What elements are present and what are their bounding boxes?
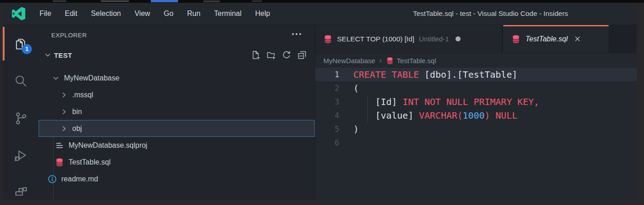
line-number: 4 [315, 109, 339, 122]
line-number: 6 [315, 136, 339, 150]
more-actions-icon[interactable] [292, 33, 301, 35]
tree-item-label: MyNewDatabase [64, 74, 119, 82]
chevron-right-icon [60, 91, 68, 99]
database-icon [323, 35, 332, 44]
file-tree: MyNewDatabase .mssql bin obj [39, 65, 315, 187]
screenshot-root: File Edit Selection View Go Run Terminal… [0, 0, 644, 205]
menu-go[interactable]: Go [157, 3, 180, 25]
menu-terminal[interactable]: Terminal [207, 3, 248, 25]
indent-guide [367, 95, 368, 109]
code-text [339, 136, 353, 150]
background-fragment [252, 0, 262, 2]
background-fragment [53, 0, 66, 2]
background-fragment [101, 0, 129, 2]
activity-bar: 1 [3, 25, 39, 200]
chevron-down-icon [52, 75, 59, 82]
new-folder-icon[interactable] [267, 50, 276, 60]
extensions-icon [14, 186, 28, 200]
code-editor[interactable]: 1 CREATE TABLE [dbo].[TestTable] 2 ( 3 [… [315, 68, 637, 200]
code-text: ( [339, 81, 359, 95]
tree-item-label: obj [72, 125, 82, 133]
activity-explorer-button[interactable]: 1 [3, 25, 39, 62]
code-text: CREATE TABLE [dbo].[TestTable] [339, 68, 517, 81]
section-label: TEST [54, 51, 72, 59]
menu-file[interactable]: File [33, 3, 58, 25]
line-number: 3 [315, 95, 339, 109]
tree-item-mssql[interactable]: .mssql [39, 86, 315, 103]
tree-item-label: .mssql [72, 91, 93, 99]
code-line-3: 3 [Id] INT NOT NULL PRIMARY KEY, [315, 95, 637, 109]
explorer-header-title: EXPLORER [51, 32, 87, 39]
collapse-all-icon[interactable] [297, 50, 307, 60]
code-line-6: 6 [315, 136, 637, 150]
close-icon[interactable] [574, 35, 581, 42]
project-list-icon [55, 141, 64, 150]
indent-guide [367, 109, 368, 122]
chevron-down-icon [44, 51, 51, 59]
code-line-2: 2 ( [315, 81, 637, 95]
explorer-sidebar: EXPLORER TEST [39, 25, 315, 200]
tree-item-label: TestTable.sql [69, 158, 111, 166]
menu-edit[interactable]: Edit [58, 3, 84, 25]
info-icon [48, 175, 57, 184]
breadcrumb: MyNewDatabase › TestTable.sql [315, 53, 637, 68]
tree-item-testtable-sql[interactable]: TestTable.sql [39, 154, 315, 170]
activity-run-debug-button[interactable] [3, 137, 39, 174]
section-actions [251, 50, 307, 60]
tree-item-label: MyNewDatabase.sqlproj [69, 141, 147, 150]
files-icon: 1 [14, 37, 28, 51]
chevron-right-icon [60, 125, 68, 132]
menu-view[interactable]: View [128, 3, 157, 25]
tab-detail: Untitled-1 [419, 35, 449, 43]
tree-item-mynewdatabase[interactable]: MyNewDatabase [39, 70, 315, 86]
database-icon [55, 158, 64, 167]
tab-bar: SELECT TOP (1000) [Id] Untitled-1 TestTa… [315, 25, 637, 53]
tree-item-label: bin [72, 108, 82, 116]
tree-item-sqlproj[interactable]: MyNewDatabase.sqlproj [39, 137, 315, 154]
explorer-badge: 1 [22, 44, 32, 54]
code-text: [value] VARCHAR(1000) NULL [339, 109, 517, 122]
tree-item-label: readme.md [61, 175, 98, 183]
window-title: TestTable.sql - test - Visual Studio Cod… [413, 3, 568, 25]
vscode-window: File Edit Selection View Go Run Terminal… [3, 3, 637, 200]
code-text: [Id] INT NOT NULL PRIMARY KEY, [339, 95, 539, 109]
line-number: 5 [315, 122, 339, 136]
menu-help[interactable]: Help [248, 3, 277, 25]
git-branch-icon [14, 111, 28, 125]
breadcrumb-item-database[interactable]: MyNewDatabase [323, 57, 375, 65]
refresh-icon[interactable] [282, 50, 291, 60]
menu-run[interactable]: Run [180, 3, 207, 25]
line-number: 1 [315, 68, 339, 81]
section-header-test[interactable]: TEST [39, 45, 315, 65]
activity-search-button[interactable] [3, 62, 39, 100]
run-and-debug-icon [14, 149, 28, 163]
tree-item-readme[interactable]: readme.md [39, 170, 315, 187]
editor-group: SELECT TOP (1000) [Id] Untitled-1 TestTa… [315, 25, 637, 200]
tree-item-obj-selected[interactable]: obj [39, 120, 315, 137]
code-line-4: 4 [value] VARCHAR(1000) NULL [315, 109, 637, 122]
tab-title: TestTable.sql [525, 35, 568, 43]
search-icon [14, 74, 28, 88]
tree-item-bin[interactable]: bin [39, 103, 315, 120]
activity-source-control-button[interactable] [3, 100, 39, 137]
chevron-right-icon [60, 108, 68, 115]
modified-dot-icon[interactable] [456, 36, 461, 41]
breadcrumb-separator: › [379, 56, 381, 65]
tab-testtable-sql-active[interactable]: TestTable.sql [503, 25, 609, 53]
code-text: ) [339, 122, 359, 136]
breadcrumb-item-file[interactable]: TestTable.sql [397, 57, 436, 65]
tab-untitled-1[interactable]: SELECT TOP (1000) [Id] Untitled-1 [315, 25, 502, 53]
menu-selection[interactable]: Selection [84, 3, 128, 25]
code-line-1: 1 CREATE TABLE [dbo].[TestTable] [315, 68, 637, 81]
new-file-icon[interactable] [251, 50, 260, 60]
activity-extensions-button[interactable] [3, 174, 39, 200]
title-bar: File Edit Selection View Go Run Terminal… [3, 3, 637, 25]
line-number: 2 [315, 81, 339, 95]
vscode-insiders-logo-icon [12, 7, 25, 20]
background-fragment [203, 0, 220, 2]
background-fragment [151, 0, 178, 2]
tab-title: SELECT TOP (1000) [Id] [337, 35, 414, 43]
code-line-5: 5 ) [315, 122, 637, 136]
database-icon [511, 35, 520, 44]
database-icon [386, 57, 394, 65]
